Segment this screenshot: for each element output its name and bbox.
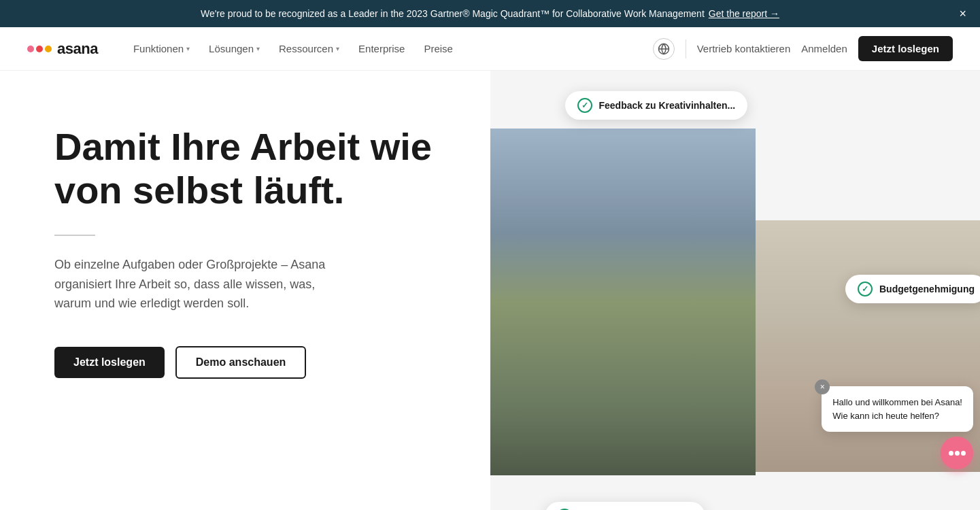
svg-point-53 [908,330,943,352]
main-navbar: asana Funktionen ▾ Lösungen ▾ Ressourcen… [0,27,980,71]
chat-text-line2: Wie kann ich heute helfen? [832,411,939,421]
chevron-down-icon: ▾ [186,45,190,52]
svg-rect-45 [849,334,866,360]
svg-rect-34 [592,421,756,431]
asana-chat-icon[interactable] [941,437,973,469]
nav-item-losungen[interactable]: Lösungen ▾ [201,37,268,60]
svg-rect-15 [490,207,756,209]
announcement-banner: We're proud to be recognized as a Leader… [0,0,980,27]
svg-rect-4 [504,142,742,251]
svg-rect-49 [927,348,934,353]
logo-link[interactable]: asana [27,40,98,58]
chat-bubble: × Hallo und willkommen bei Asana! Wie ka… [822,386,973,432]
check-icon: ✓ [858,282,873,296]
task-chip-campaign: ✓ Markenkampagne starten [545,502,706,510]
chip-feedback-text: Feedback zu Kreativinhalten... [599,100,736,111]
svg-rect-35 [592,431,756,475]
svg-point-25 [575,261,616,288]
nav-divider [686,39,686,58]
banner-text: We're proud to be recognized as a Leader… [201,8,705,19]
svg-rect-10 [568,154,579,203]
banner-cta[interactable]: Get the report → [709,8,779,19]
logo-icon [27,46,52,52]
svg-rect-39 [769,227,830,316]
svg-rect-54 [908,341,915,362]
svg-rect-43 [800,339,820,367]
chat-text-line1: Hallo und willkommen bei Asana! [832,397,962,407]
hero-title: Damit Ihre Arbeit wie von selbst läuft. [54,125,450,213]
asana-logo-dots [949,451,966,456]
task-chip-feedback: ✓ Feedback zu Kreativinhalten... [565,91,748,120]
svg-point-20 [575,265,616,305]
contact-sales-link[interactable]: Vertrieb kontaktieren [697,43,791,54]
adot-1 [949,451,953,456]
svg-point-33 [662,341,699,362]
svg-rect-9 [556,148,566,203]
svg-rect-38 [756,220,980,322]
svg-rect-32 [650,377,711,414]
svg-rect-2 [490,129,756,475]
svg-rect-29 [662,379,700,433]
svg-rect-22 [572,305,586,360]
svg-rect-6 [523,156,531,203]
nav-item-funktionen[interactable]: Funktionen ▾ [125,37,198,60]
login-link[interactable]: Anmelden [801,43,847,54]
svg-point-28 [662,341,700,379]
logo-dot-orange [45,46,52,52]
svg-rect-19 [490,265,756,475]
get-started-button-hero[interactable]: Jetzt loslegen [54,347,165,378]
nav-links: Funktionen ▾ Lösungen ▾ Ressourcen ▾ Ent… [125,37,653,60]
hero-subtitle: Ob einzelne Aufgaben oder Großprojekte –… [54,255,340,313]
svg-rect-3 [490,129,756,265]
nav-item-enterprise[interactable]: Enterprise [350,37,413,60]
language-selector[interactable] [653,38,675,60]
chevron-down-icon: ▾ [256,45,260,52]
hero-divider [54,235,95,236]
task-chip-budget: ✓ Budgetgenehmigung [845,275,980,303]
svg-rect-26 [575,275,584,309]
chevron-down-icon: ▾ [336,45,339,52]
adot-2 [955,451,960,456]
svg-rect-30 [640,414,722,421]
svg-rect-7 [533,146,545,203]
logo-dot-red [36,46,43,52]
chat-close-button[interactable]: × [815,379,830,394]
hero-image-secondary [756,220,980,472]
svg-rect-8 [547,152,554,203]
nav-right: Vertrieb kontaktieren Anmelden Jetzt los… [653,36,953,61]
svg-rect-21 [575,305,616,387]
svg-point-46 [909,333,943,367]
svg-rect-12 [590,150,604,203]
svg-point-24 [577,266,615,304]
demo-button-hero[interactable]: Demo anschauen [175,346,306,379]
get-started-button-nav[interactable]: Jetzt loslegen [858,36,953,61]
svg-rect-16 [511,214,519,254]
nav-item-preise[interactable]: Preise [416,37,461,60]
svg-point-42 [800,319,820,339]
svg-rect-18 [534,210,541,254]
svg-rect-5 [511,149,521,203]
hero-images: ✓ Feedback zu Kreativinhalten... ✓ Budge… [490,71,981,510]
svg-rect-23 [599,305,613,360]
svg-rect-13 [606,156,615,203]
logo-dot-pink [27,46,34,52]
hero-right-content: ✓ Feedback zu Kreativinhalten... ✓ Budge… [490,71,981,510]
svg-point-44 [849,318,866,334]
svg-rect-48 [917,348,924,353]
hero-buttons: Jetzt loslegen Demo anschauen [54,346,450,379]
svg-rect-11 [581,143,588,203]
banner-close-button[interactable]: × [959,7,966,20]
svg-rect-27 [639,275,647,309]
adot-3 [961,451,966,456]
svg-rect-17 [521,217,532,254]
svg-rect-14 [617,149,627,203]
check-icon: ✓ [577,98,592,113]
hero-left-content: Damit Ihre Arbeit wie von selbst läuft. … [0,71,490,510]
hero-section: Damit Ihre Arbeit wie von selbst läuft. … [0,71,980,510]
chip-budget-text: Budgetgenehmigung [879,284,975,294]
logo-text: asana [57,40,98,58]
nav-item-ressourcen[interactable]: Ressourcen ▾ [271,37,348,60]
svg-rect-36 [756,220,980,472]
hero-image-main [490,129,756,475]
svg-rect-31 [647,373,715,418]
